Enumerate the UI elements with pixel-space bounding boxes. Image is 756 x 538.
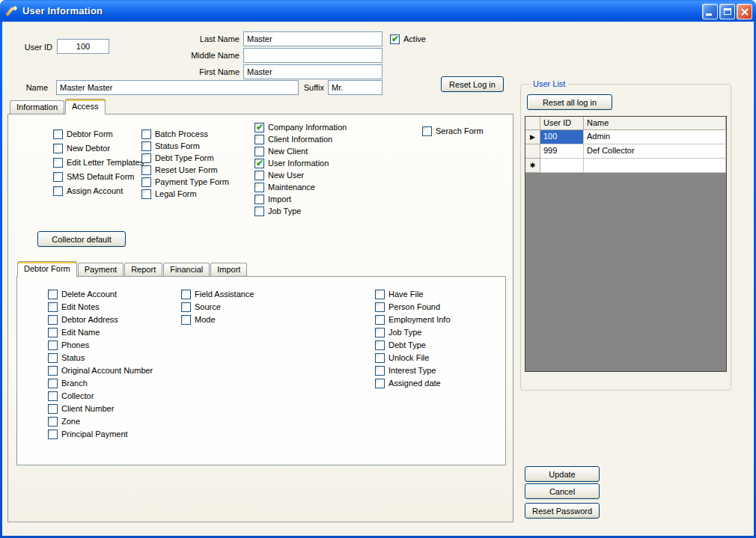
checkbox-item[interactable]: Debt Type Form xyxy=(141,153,229,163)
cancel-button[interactable]: Cancel xyxy=(525,483,600,499)
checkbox-item[interactable]: Have File xyxy=(375,289,451,299)
checkbox[interactable] xyxy=(375,302,385,312)
collector-default-button[interactable]: Collector default xyxy=(37,231,126,247)
checkbox-item[interactable]: Zone xyxy=(48,416,153,427)
checkbox-item[interactable]: Unlock File xyxy=(375,352,451,363)
checkbox-item[interactable]: Delete Account xyxy=(48,289,153,299)
checkbox[interactable] xyxy=(254,147,264,156)
checkbox[interactable] xyxy=(375,290,385,299)
checkbox[interactable] xyxy=(141,153,151,163)
checkbox[interactable] xyxy=(48,430,58,439)
checkbox-item[interactable]: Maintenance xyxy=(254,182,347,192)
checkbox[interactable] xyxy=(48,366,58,376)
checkbox-item[interactable]: Status Form xyxy=(141,141,229,151)
checkbox-item[interactable]: Import xyxy=(254,194,347,204)
checkbox[interactable] xyxy=(48,302,58,312)
checkbox[interactable] xyxy=(254,207,264,216)
middle-name-input[interactable] xyxy=(243,48,382,63)
checkbox-item[interactable]: Status xyxy=(48,352,153,363)
close-button[interactable] xyxy=(737,4,752,19)
checkbox[interactable] xyxy=(48,379,58,388)
checkbox[interactable] xyxy=(53,172,63,182)
checkbox-item[interactable]: Person Found xyxy=(375,302,451,312)
checkbox[interactable] xyxy=(48,404,58,414)
reset-login-button[interactable]: Reset Log in xyxy=(441,76,504,92)
tab[interactable]: Import xyxy=(210,263,247,276)
checkbox[interactable] xyxy=(53,144,63,153)
checkbox[interactable] xyxy=(254,123,264,132)
checkbox[interactable] xyxy=(254,159,264,168)
active-checkbox-item[interactable]: Active xyxy=(390,34,426,44)
checkbox-item[interactable]: New Debtor xyxy=(53,143,144,153)
checkbox-item[interactable]: Source xyxy=(181,302,254,312)
checkbox-item[interactable]: Reset User Form xyxy=(141,165,229,175)
checkbox[interactable] xyxy=(254,195,264,204)
checkbox-item[interactable]: Payment Type Form xyxy=(141,177,229,187)
checkbox-item[interactable]: Phones xyxy=(48,340,153,350)
checkbox[interactable] xyxy=(48,391,58,401)
checkbox-item[interactable]: Debtor Form xyxy=(53,129,144,139)
table-row[interactable]: ✱ xyxy=(525,159,726,173)
checkbox-item[interactable]: Client Information xyxy=(254,134,347,144)
name-cell[interactable]: Admin xyxy=(584,130,726,144)
first-name-input[interactable] xyxy=(243,64,382,79)
checkbox-item[interactable]: Serach Form xyxy=(422,126,484,136)
name-input[interactable] xyxy=(56,80,299,95)
checkbox[interactable] xyxy=(53,186,63,196)
checkbox-item[interactable]: Assign Account xyxy=(53,186,144,196)
checkbox-item[interactable]: SMS Default Form xyxy=(53,171,144,182)
table-row[interactable]: 999 Def Collector xyxy=(525,144,726,159)
grid-column-name[interactable]: Name xyxy=(584,117,726,130)
checkbox-item[interactable]: Assigned date xyxy=(375,378,451,388)
checkbox-item[interactable]: Debt Type xyxy=(375,340,451,350)
tab[interactable]: Payment xyxy=(78,263,124,276)
titlebar[interactable]: User Information xyxy=(0,0,756,22)
checkbox[interactable] xyxy=(141,177,151,187)
checkbox-item[interactable]: Original Account Number xyxy=(48,365,153,376)
minimize-button[interactable] xyxy=(702,4,718,19)
checkbox[interactable] xyxy=(48,315,58,325)
tab[interactable]: Report xyxy=(124,263,162,276)
checkbox-item[interactable]: Edit Letter Templates xyxy=(53,157,144,168)
tab[interactable]: Access xyxy=(65,99,105,114)
checkbox[interactable] xyxy=(375,379,385,388)
checkbox-item[interactable]: Interest Type xyxy=(375,365,451,376)
last-name-input[interactable] xyxy=(243,31,382,46)
user-id-cell[interactable] xyxy=(540,159,584,173)
tab[interactable]: Financial xyxy=(163,263,210,276)
name-cell[interactable]: Def Collector xyxy=(584,144,726,159)
checkbox-item[interactable]: Job Type xyxy=(254,206,347,216)
maximize-button[interactable] xyxy=(719,4,735,19)
checkbox[interactable] xyxy=(181,302,191,312)
checkbox[interactable] xyxy=(48,353,58,363)
checkbox[interactable] xyxy=(254,183,264,192)
tab[interactable]: Information xyxy=(10,100,64,114)
checkbox[interactable] xyxy=(254,171,264,180)
name-cell[interactable] xyxy=(584,159,726,173)
checkbox[interactable] xyxy=(53,158,63,168)
checkbox-item[interactable]: New Client xyxy=(254,146,347,156)
checkbox-item[interactable]: Legal Form xyxy=(141,189,229,199)
checkbox[interactable] xyxy=(48,328,58,337)
user-list-grid[interactable]: User ID Name ▶ 100 Admin 999 xyxy=(525,116,727,372)
checkbox-item[interactable]: Job Type xyxy=(375,327,451,337)
checkbox[interactable] xyxy=(375,353,385,363)
checkbox-item[interactable]: Branch xyxy=(48,378,153,388)
table-row[interactable]: ▶ 100 Admin xyxy=(525,130,726,144)
user-id-input[interactable] xyxy=(57,39,109,54)
checkbox-item[interactable]: Client Number xyxy=(48,403,153,414)
checkbox-item[interactable]: New User xyxy=(254,170,347,180)
checkbox[interactable] xyxy=(48,290,58,299)
checkbox[interactable] xyxy=(48,340,58,350)
checkbox[interactable] xyxy=(375,366,385,376)
checkbox-item[interactable]: Collector xyxy=(48,391,153,401)
tab[interactable]: Debtor Form xyxy=(17,261,77,277)
checkbox-item[interactable]: Principal Payment xyxy=(48,429,153,439)
checkbox[interactable] xyxy=(181,315,191,325)
reset-password-button[interactable]: Reset Password xyxy=(525,503,600,519)
reset-all-login-button[interactable]: Reset all log in xyxy=(527,94,612,110)
checkbox-item[interactable]: Company Information xyxy=(254,122,347,132)
checkbox-item[interactable]: Mode xyxy=(181,314,254,325)
checkbox[interactable] xyxy=(141,141,151,151)
checkbox-item[interactable]: Edit Notes xyxy=(48,302,153,312)
